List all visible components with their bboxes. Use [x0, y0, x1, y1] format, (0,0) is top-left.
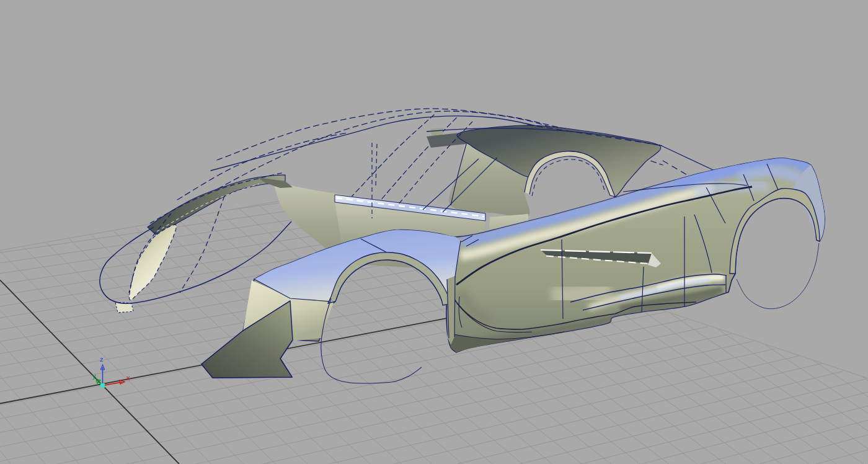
svg-text:x: x	[126, 374, 130, 381]
svg-text:z: z	[100, 355, 104, 363]
svg-text:y: y	[92, 372, 96, 380]
